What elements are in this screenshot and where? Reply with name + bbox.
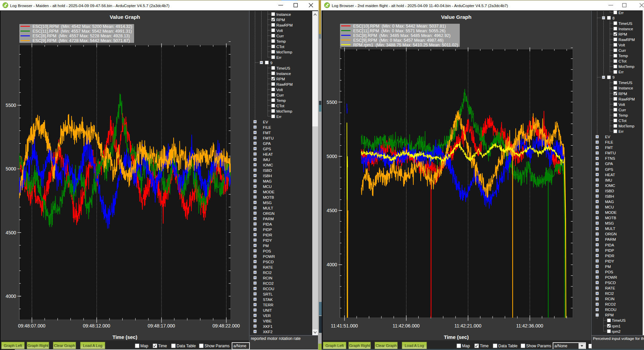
svg-text:UNIT: UNIT — [263, 308, 272, 312]
svg-text:ESC[8].RPM (Min: 4557 Max: 52: ESC[8].RPM (Min: 4557 Max: 5228 Mean: 49… — [33, 34, 130, 38]
svg-text:MSG: MSG — [605, 221, 614, 225]
svg-text:PIDA: PIDA — [605, 243, 614, 247]
svg-text:IMU: IMU — [263, 158, 270, 162]
svg-text:RawRPM: RawRPM — [618, 38, 635, 42]
svg-text:PIDR: PIDR — [605, 254, 614, 258]
svg-text:RPM: RPM — [276, 18, 285, 22]
svg-text:Instance: Instance — [618, 86, 633, 90]
svg-text:GPA: GPA — [605, 162, 613, 166]
svg-text:ISBD: ISBD — [263, 168, 272, 172]
svg-text:MOTB: MOTB — [263, 195, 274, 199]
svg-text:GPA: GPA — [263, 142, 271, 146]
svg-text:09:48:17.000: 09:48:17.000 — [148, 323, 175, 328]
svg-text:PSCD: PSCD — [263, 260, 274, 264]
svg-text:Log Browser - 2nd maiden fligh: Log Browser - 2nd maiden flight - alt ho… — [332, 3, 508, 8]
svg-text:RCOU: RCOU — [605, 308, 616, 312]
svg-text:CTot: CTot — [618, 119, 627, 123]
svg-text:Volt: Volt — [276, 29, 283, 33]
svg-text:GPS: GPS — [605, 167, 613, 171]
svg-text:Show Params: Show Params — [204, 344, 230, 348]
svg-text:ISBD: ISBD — [605, 189, 614, 193]
svg-text:RPM: RPM — [605, 313, 614, 317]
svg-text:Instance: Instance — [276, 12, 291, 16]
svg-text:TimeUS: TimeUS — [618, 81, 632, 85]
svg-text:PARM: PARM — [605, 237, 616, 241]
svg-text:ESC[8].RPM (Min: 3485 Max: 54: ESC[8].RPM (Min: 3485 Max: 5485 Mean: 49… — [353, 33, 451, 38]
svg-text:Map: Map — [462, 344, 470, 348]
svg-text:Show Params: Show Params — [526, 344, 551, 348]
svg-text:VER: VER — [263, 314, 271, 318]
svg-text:Temp: Temp — [276, 99, 286, 103]
svg-text:a/None: a/None — [554, 344, 567, 348]
svg-text:5500: 5500 — [6, 103, 16, 108]
svg-text:Graph Right: Graph Right — [28, 344, 49, 348]
svg-text:TimeUS: TimeUS — [618, 22, 632, 26]
svg-text:Log Browser - Maiden - alt hol: Log Browser - Maiden - alt hold - 2025-0… — [10, 3, 170, 8]
svg-text:ISBH: ISBH — [263, 174, 272, 178]
svg-text:Graph Left: Graph Left — [325, 344, 344, 348]
svg-text:4500: 4500 — [6, 230, 16, 235]
svg-text:RCO2: RCO2 — [605, 302, 616, 306]
svg-text:Instance: Instance — [618, 27, 633, 31]
svg-text:Time (sec): Time (sec) — [444, 334, 469, 340]
svg-text:Time (sec): Time (sec) — [112, 334, 137, 340]
svg-text:Volt: Volt — [276, 88, 283, 92]
svg-text:Err: Err — [276, 55, 282, 60]
svg-text:TimeUS: TimeUS — [612, 318, 626, 322]
svg-text:MotTemp: MotTemp — [276, 50, 292, 54]
svg-text:MotTemp: MotTemp — [618, 65, 634, 69]
svg-text:PIDP: PIDP — [605, 248, 614, 252]
svg-text:MODE: MODE — [605, 210, 617, 215]
svg-text:Err: Err — [276, 115, 282, 119]
svg-text:Data Table: Data Table — [177, 344, 196, 348]
svg-text:FMT: FMT — [605, 146, 613, 150]
svg-text:RawRPM: RawRPM — [276, 23, 293, 27]
svg-text:MULT: MULT — [263, 206, 273, 210]
svg-text:Load A Log: Load A Log — [83, 344, 102, 348]
svg-text:Err: Err — [618, 129, 624, 133]
svg-text:RPM: RPM — [618, 92, 627, 96]
svg-text:9: 9 — [612, 75, 614, 79]
svg-text:PIDR: PIDR — [263, 233, 272, 237]
svg-text:11:42:21.000: 11:42:21.000 — [454, 323, 481, 328]
svg-text:PIDY: PIDY — [263, 238, 272, 242]
svg-text:4000: 4000 — [6, 294, 16, 299]
svg-text:Curr: Curr — [618, 108, 626, 112]
svg-text:PIDP: PIDP — [263, 228, 272, 232]
svg-text:RCOU: RCOU — [263, 287, 274, 291]
svg-text:PSCD: PSCD — [605, 281, 616, 285]
svg-text:Perceived input voltage for th: Perceived input voltage for the ESC — [593, 336, 644, 341]
svg-text:ESC[9].RPM (Min: 0 Max: 5457: ESC[9].RPM (Min: 0 Max: 5457 Mean: 4987.… — [353, 38, 444, 43]
svg-text:POWR: POWR — [605, 275, 617, 279]
svg-text:RCO2: RCO2 — [263, 281, 274, 285]
svg-text:VIBE: VIBE — [263, 319, 272, 323]
svg-text:11:41:51.000: 11:41:51.000 — [331, 323, 358, 328]
svg-text:EV: EV — [263, 120, 268, 124]
svg-text:EV: EV — [605, 135, 610, 139]
svg-text:MCU: MCU — [263, 185, 272, 189]
svg-text:Temp: Temp — [618, 113, 628, 117]
svg-text:RCI2: RCI2 — [605, 291, 614, 296]
svg-text:rpm2: rpm2 — [612, 329, 620, 334]
svg-text:RCIN: RCIN — [605, 297, 614, 301]
svg-text:Curr: Curr — [276, 34, 284, 38]
svg-text:5000: 5000 — [327, 154, 337, 159]
svg-text:ESC[9].RPM (Min: 4728 Max: 54: ESC[9].RPM (Min: 4728 Max: 5442 Mean: 50… — [33, 38, 130, 43]
svg-text:Curr: Curr — [276, 93, 284, 97]
svg-text:IOMC: IOMC — [605, 184, 615, 188]
svg-text:XKF1: XKF1 — [263, 324, 273, 328]
svg-text:MAG: MAG — [605, 200, 614, 204]
svg-text:PM: PM — [263, 244, 269, 248]
svg-text:FILE: FILE — [605, 140, 613, 144]
svg-text:rpm1: rpm1 — [612, 324, 620, 328]
svg-text:Instance: Instance — [276, 72, 291, 76]
svg-text:RawRPM: RawRPM — [618, 97, 635, 101]
svg-text:11:42:36.000: 11:42:36.000 — [516, 323, 543, 328]
svg-text:Map: Map — [140, 344, 148, 348]
svg-text:Graph Left: Graph Left — [4, 344, 22, 348]
svg-text:PM: PM — [605, 265, 611, 269]
svg-text:Clear Graph: Clear Graph — [376, 344, 397, 348]
svg-text:Temp: Temp — [618, 54, 628, 58]
svg-text:CTot: CTot — [276, 45, 284, 49]
svg-text:Curr: Curr — [618, 48, 626, 52]
